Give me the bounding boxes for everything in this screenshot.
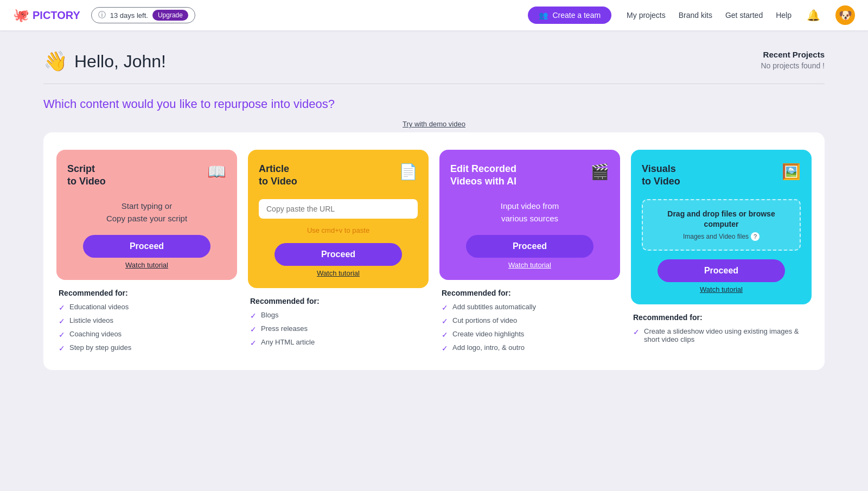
greeting-text: Hello, John!: [74, 52, 166, 72]
recent-projects-panel: Recent Projects No projects found !: [761, 50, 825, 70]
create-team-label: Create a team: [552, 11, 601, 20]
nav-brand-kits[interactable]: Brand kits: [679, 11, 712, 20]
list-item: ✓Blogs: [250, 311, 426, 320]
cards-container: Script to Video 📖 Start typing or Copy p…: [43, 132, 825, 370]
card-header: Edit Recorded Videos with AI 🎬: [450, 163, 609, 188]
article-recommendations: Recommended for: ✓Blogs ✓Press releases …: [248, 297, 429, 347]
visuals-card-body: Drag and drop files or browse computer I…: [642, 199, 801, 251]
article-rec-list: ✓Blogs ✓Press releases ✓Any HTML article: [250, 311, 426, 347]
visuals-rec-title: Recommended for:: [633, 313, 809, 322]
check-icon: ✓: [250, 325, 257, 334]
script-proceed-button[interactable]: Proceed: [83, 235, 210, 258]
check-icon: ✓: [250, 339, 257, 347]
list-item: ✓Step by step guides: [59, 343, 235, 353]
list-item: ✓Educational videos: [59, 303, 235, 312]
document-icon: 📄: [399, 163, 418, 181]
greeting-row: 👋 Hello, John! Recent Projects No projec…: [43, 50, 825, 73]
visuals-proceed-button[interactable]: Proceed: [658, 259, 784, 282]
create-team-button[interactable]: 👥 Create a team: [528, 7, 611, 24]
video-edit-icon: 🎬: [590, 163, 609, 181]
recent-projects-empty: No projects found !: [761, 61, 825, 70]
script-watch-tutorial-link[interactable]: Watch tutorial: [125, 261, 168, 269]
edit-video-section: Edit Recorded Videos with AI 🎬 Input vid…: [439, 150, 620, 353]
upload-dropzone[interactable]: Drag and drop files or browse computer I…: [642, 199, 801, 251]
logo[interactable]: 🐙 PICTORY: [13, 8, 80, 23]
upload-sub-text: Images and Video files ?: [652, 232, 791, 241]
article-to-video-section: Article to Video 📄 Use cmd+v to paste Pr…: [248, 150, 429, 347]
greeting: 👋 Hello, John!: [43, 50, 166, 73]
check-icon: ✓: [59, 303, 65, 312]
card-header: Visuals to Video 🖼️: [642, 163, 801, 188]
nav-get-started[interactable]: Get started: [725, 11, 763, 20]
info-icon: ⓘ: [98, 10, 106, 20]
logo-icon: 🐙: [13, 8, 29, 23]
edit-proceed-button[interactable]: Proceed: [466, 235, 593, 258]
script-recommendations: Recommended for: ✓Educational videos ✓Li…: [56, 289, 237, 353]
check-icon: ✓: [442, 330, 448, 339]
script-rec-title: Recommended for:: [59, 289, 235, 297]
script-to-video-card: Script to Video 📖 Start typing or Copy p…: [56, 150, 237, 280]
upload-main-text: Drag and drop files or browse computer: [652, 209, 791, 230]
nav-help[interactable]: Help: [776, 11, 792, 20]
card-header: Script to Video 📖: [67, 163, 226, 188]
demo-video-link[interactable]: Try with demo video: [403, 120, 465, 128]
visuals-watch-tutorial-link[interactable]: Watch tutorial: [700, 285, 743, 294]
question-icon[interactable]: ?: [751, 232, 760, 241]
article-card-body: Use cmd+v to paste: [259, 199, 418, 234]
notification-bell-icon[interactable]: 🔔: [807, 9, 820, 22]
wave-emoji: 👋: [43, 50, 68, 73]
list-item: ✓Any HTML article: [250, 338, 426, 347]
list-item: ✓Add logo, intro, & outro: [442, 343, 618, 353]
check-icon: ✓: [59, 330, 65, 339]
book-icon: 📖: [207, 163, 226, 181]
script-rec-list: ✓Educational videos ✓Listicle videos ✓Co…: [59, 303, 235, 353]
logo-text: PICTORY: [33, 9, 80, 22]
article-rec-title: Recommended for:: [250, 297, 426, 305]
section-title: Which content would you like to repurpos…: [43, 97, 825, 111]
url-input[interactable]: [259, 199, 418, 219]
list-item: ✓Press releases: [250, 324, 426, 334]
upgrade-button[interactable]: Upgrade: [152, 10, 188, 21]
article-card-title: Article to Video: [259, 163, 297, 188]
user-avatar[interactable]: 🐶: [835, 5, 855, 25]
trial-text: 13 days left.: [110, 11, 148, 20]
edit-watch-tutorial-link[interactable]: Watch tutorial: [508, 261, 551, 269]
list-item: ✓Coaching videos: [59, 330, 235, 339]
main-content: 👋 Hello, John! Recent Projects No projec…: [0, 30, 868, 390]
edit-body-text: Input video from various sources: [501, 200, 559, 225]
visuals-recommendations: Recommended for: ✓Create a slideshow vid…: [631, 313, 812, 343]
url-hint: Use cmd+v to paste: [307, 226, 369, 234]
main-nav: My projects Brand kits Get started Help: [627, 11, 792, 20]
list-item: ✓Create a slideshow video using existing…: [633, 327, 809, 343]
visuals-rec-list: ✓Create a slideshow video using existing…: [633, 327, 809, 343]
check-icon: ✓: [59, 317, 65, 326]
trial-badge: ⓘ 13 days left. Upgrade: [91, 7, 195, 23]
edit-recommendations: Recommended for: ✓Add subtitles automati…: [439, 289, 620, 353]
card-header: Article to Video 📄: [259, 163, 418, 188]
edit-card-title: Edit Recorded Videos with AI: [450, 163, 516, 188]
visuals-card-title: Visuals to Video: [642, 163, 680, 188]
edit-rec-title: Recommended for:: [442, 289, 618, 297]
edit-card-body: Input video from various sources: [450, 199, 609, 226]
visuals-to-video-card: Visuals to Video 🖼️ Drag and drop files …: [631, 150, 812, 304]
visuals-to-video-section: Visuals to Video 🖼️ Drag and drop files …: [631, 150, 812, 343]
script-to-video-section: Script to Video 📖 Start typing or Copy p…: [56, 150, 237, 353]
team-icon: 👥: [539, 11, 548, 20]
list-item: ✓Cut portions of video: [442, 316, 618, 326]
article-proceed-button[interactable]: Proceed: [275, 243, 401, 266]
edit-video-card: Edit Recorded Videos with AI 🎬 Input vid…: [439, 150, 620, 280]
article-to-video-card: Article to Video 📄 Use cmd+v to paste Pr…: [248, 150, 429, 288]
recent-projects-title: Recent Projects: [761, 50, 825, 59]
nav-my-projects[interactable]: My projects: [627, 11, 666, 20]
edit-rec-list: ✓Add subtitles automatically ✓Cut portio…: [442, 303, 618, 353]
list-item: ✓Listicle videos: [59, 316, 235, 326]
article-watch-tutorial-link[interactable]: Watch tutorial: [317, 269, 360, 277]
cards-grid: Script to Video 📖 Start typing or Copy p…: [56, 150, 812, 353]
script-card-title: Script to Video: [67, 163, 106, 188]
image-gallery-icon: 🖼️: [782, 163, 801, 181]
script-placeholder-text: Start typing or Copy paste your script: [106, 200, 187, 225]
header-right: 👥 Create a team My projects Brand kits G…: [528, 5, 855, 25]
check-icon: ✓: [250, 311, 257, 320]
list-item: ✓Add subtitles automatically: [442, 303, 618, 312]
header: 🐙 PICTORY ⓘ 13 days left. Upgrade 👥 Crea…: [0, 0, 868, 30]
